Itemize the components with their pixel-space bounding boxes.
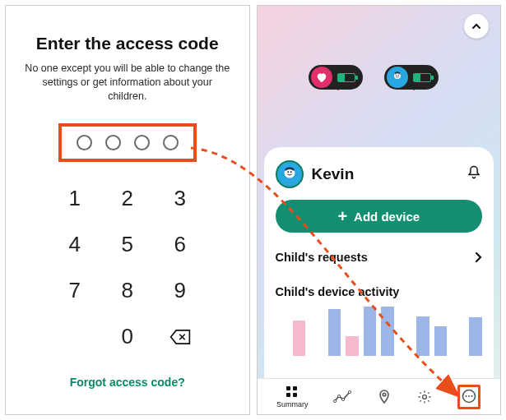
nav-summary[interactable]: Summary — [276, 385, 309, 408]
svg-point-14 — [383, 393, 387, 396]
key-0[interactable]: 0 — [104, 316, 151, 358]
child-badge-1[interactable] — [309, 65, 363, 90]
nav-location[interactable] — [377, 390, 392, 404]
grid-icon — [285, 385, 299, 399]
svg-rect-7 — [293, 386, 297, 390]
svg-rect-8 — [286, 393, 290, 397]
add-device-label: Add device — [354, 210, 420, 224]
svg-point-5 — [290, 171, 291, 173]
svg-point-2 — [397, 75, 398, 76]
svg-point-18 — [468, 395, 470, 397]
key-8[interactable]: 8 — [104, 270, 151, 312]
key-3[interactable]: 3 — [156, 178, 204, 219]
battery-icon — [413, 73, 431, 82]
dashboard-screen: Kevin + Add device Child's requests Chil… — [257, 5, 502, 415]
key-backspace[interactable] — [156, 316, 204, 358]
add-device-button[interactable]: + Add device — [276, 200, 483, 233]
key-1[interactable]: 1 — [51, 178, 99, 219]
key-6[interactable]: 6 — [156, 224, 204, 265]
notifications-button[interactable] — [466, 164, 482, 184]
access-code-input[interactable] — [58, 123, 197, 162]
svg-point-17 — [466, 395, 467, 397]
code-digit-3 — [134, 135, 150, 150]
svg-rect-6 — [286, 386, 290, 390]
key-7[interactable]: 7 — [51, 270, 99, 312]
chevron-up-icon — [471, 21, 482, 32]
svg-point-1 — [396, 75, 397, 76]
child-badge-2[interactable] — [384, 65, 439, 90]
svg-point-19 — [471, 395, 473, 397]
face-avatar-icon — [281, 165, 299, 183]
svg-rect-9 — [293, 393, 297, 397]
battery-icon — [337, 73, 355, 82]
code-digit-2 — [105, 135, 121, 150]
chevron-right-icon — [474, 252, 482, 263]
svg-point-11 — [338, 395, 341, 397]
bottom-navbar: Summary — [258, 378, 501, 414]
child-avatar[interactable] — [276, 160, 304, 188]
access-code-screen: Enter the access code No one except you … — [5, 5, 250, 415]
svg-point-4 — [287, 171, 289, 173]
nav-summary-label: Summary — [276, 400, 309, 408]
device-activity-heading: Child's device activity — [276, 285, 483, 298]
svg-point-13 — [349, 390, 351, 393]
backspace-icon — [169, 329, 191, 345]
key-5[interactable]: 5 — [104, 224, 151, 265]
nav-more[interactable] — [457, 385, 480, 409]
face-avatar-icon — [387, 67, 408, 88]
location-pin-icon — [377, 390, 392, 404]
numeric-keypad: 1 2 3 4 5 6 7 8 9 0 — [51, 178, 204, 358]
bell-icon — [466, 164, 482, 181]
heart-avatar-icon — [311, 67, 332, 88]
childs-requests-row[interactable]: Child's requests — [276, 251, 483, 264]
annotation-highlight-more — [457, 385, 480, 409]
activity-chart — [276, 307, 483, 356]
child-name: Kevin — [312, 165, 458, 183]
key-9[interactable]: 9 — [156, 270, 204, 312]
forgot-access-code-link[interactable]: Forgot access code? — [6, 376, 249, 389]
collapse-map-button[interactable] — [464, 14, 489, 39]
svg-point-12 — [342, 398, 345, 400]
page-subtitle: No one except you will be able to change… — [24, 62, 231, 104]
childs-requests-label: Child's requests — [276, 251, 368, 264]
activity-graph-icon — [333, 390, 351, 404]
svg-point-10 — [334, 399, 337, 402]
children-map-badges — [309, 65, 439, 90]
code-digit-4 — [163, 135, 179, 150]
key-2[interactable]: 2 — [104, 178, 151, 219]
nav-activity[interactable] — [333, 390, 351, 404]
code-digit-1 — [77, 135, 92, 150]
key-4[interactable]: 4 — [51, 224, 99, 265]
svg-point-15 — [423, 395, 427, 399]
nav-settings[interactable] — [417, 390, 432, 404]
child-panel: Kevin + Add device Child's requests Chil… — [264, 147, 494, 378]
gear-icon — [417, 390, 432, 404]
key-blank — [51, 316, 99, 358]
page-title: Enter the access code — [6, 34, 249, 53]
more-horizontal-icon — [462, 389, 476, 404]
